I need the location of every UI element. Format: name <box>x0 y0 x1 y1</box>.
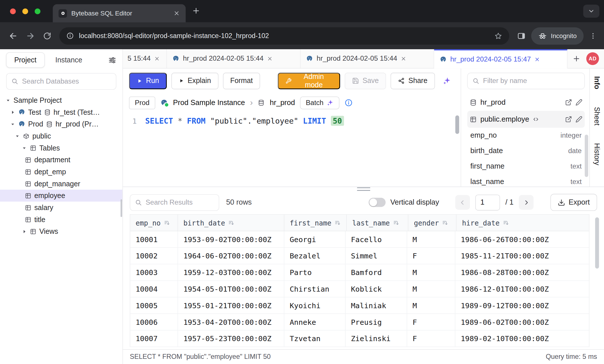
info-circle-icon[interactable] <box>344 98 353 107</box>
schema-table-row[interactable]: public.employe <box>467 111 585 128</box>
share-button[interactable]: Share <box>391 72 435 89</box>
caret-down-icon[interactable] <box>10 121 15 127</box>
caret-down-icon[interactable] <box>15 133 20 139</box>
run-button[interactable]: Run <box>129 72 167 89</box>
edit-icon[interactable] <box>576 99 583 106</box>
code-icon[interactable] <box>533 116 539 122</box>
sidebar-tab-instance[interactable]: Instance <box>55 56 82 64</box>
external-link-icon[interactable] <box>565 99 572 106</box>
side-panel-button[interactable] <box>517 31 526 40</box>
sidebar-settings-button[interactable] <box>108 56 116 64</box>
caret-down-icon[interactable] <box>5 98 11 103</box>
sort-icon[interactable] <box>393 219 399 226</box>
tab-close-icon[interactable] <box>534 56 540 62</box>
tree-item-dept-emp[interactable]: dept_emp <box>0 166 123 178</box>
edit-icon[interactable] <box>576 116 583 123</box>
tab-history[interactable]: History <box>593 143 601 165</box>
window-zoom-button[interactable] <box>35 9 40 14</box>
tree-item-schema-public[interactable]: public <box>0 130 123 142</box>
editor-tab-0[interactable]: 5 15:44 <box>123 49 167 68</box>
url-bar[interactable]: localhost:8080/sql-editor/prod-sample-in… <box>59 27 509 44</box>
prev-page-button[interactable] <box>455 195 470 210</box>
tab-list-button[interactable] <box>583 5 599 18</box>
table-row[interactable]: 100021964-06-02T00:00:00ZBezalelSimmelF1… <box>130 248 589 264</box>
editor-tab-3-active[interactable]: hr_prod 2024-02-05 15:47 <box>434 49 567 68</box>
tab-close-icon[interactable] <box>154 56 160 62</box>
user-avatar[interactable]: AD <box>586 52 599 65</box>
back-button[interactable] <box>5 27 21 44</box>
editor-tab-1[interactable]: hr_prod 2024-02-05 15:44 <box>167 49 301 68</box>
tree-item-salary[interactable]: salary <box>0 201 123 213</box>
ai-assist-button[interactable] <box>439 73 454 89</box>
caret-right-icon[interactable] <box>21 229 27 234</box>
column-header[interactable]: first_name <box>284 215 347 231</box>
column-header[interactable]: emp_no <box>130 215 178 231</box>
window-close-button[interactable] <box>10 9 16 14</box>
tree-item-department[interactable]: department <box>0 154 123 166</box>
site-info-icon[interactable] <box>66 32 74 40</box>
tree-item-dept-manager[interactable]: dept_manager <box>0 178 123 190</box>
environment-chip[interactable]: Prod <box>129 96 155 109</box>
vertical-display-toggle[interactable] <box>369 198 386 207</box>
format-button[interactable]: Format <box>223 72 260 89</box>
new-query-tab-button[interactable] <box>567 49 585 68</box>
column-row[interactable]: last_name text <box>467 174 585 187</box>
table-row[interactable]: 100011953-09-02T00:00:00ZGeorgiFacelloM1… <box>130 231 589 248</box>
sidebar-resize-handle[interactable] <box>121 199 122 217</box>
schema-database-row[interactable]: hr_prod <box>467 94 585 111</box>
column-header[interactable]: gender <box>409 215 457 231</box>
export-button[interactable]: Export <box>550 194 597 211</box>
save-button[interactable]: Save <box>345 72 386 89</box>
results-scrollbar[interactable] <box>595 217 599 269</box>
column-row[interactable]: emp_no integer <box>467 128 585 143</box>
browser-tab[interactable]: Bytebase SQL Editor <box>53 4 186 22</box>
editor-tab-2[interactable]: hr_prod 2024-02-05 15:44 <box>301 49 434 68</box>
window-minimize-button[interactable] <box>22 9 28 14</box>
tree-item-test-db[interactable]: Test hr_test (Test… <box>0 106 123 118</box>
sidebar-tab-project[interactable]: Project <box>6 52 45 68</box>
sort-icon[interactable] <box>228 219 235 226</box>
tab-close-icon[interactable] <box>173 10 180 17</box>
splitter-grip-icon[interactable] <box>357 187 370 191</box>
horizontal-splitter[interactable] <box>123 187 604 191</box>
sort-icon[interactable] <box>334 219 341 226</box>
column-header[interactable]: birth_date <box>178 215 284 231</box>
tree-item-title[interactable]: title <box>0 213 123 225</box>
caret-down-icon[interactable] <box>21 145 27 151</box>
sql-editor[interactable]: 1 SELECT * FROM "public"."employee" LIMI… <box>123 112 461 187</box>
external-link-icon[interactable] <box>565 116 572 123</box>
column-header[interactable]: hire_date <box>457 215 589 231</box>
tab-close-icon[interactable] <box>267 56 273 62</box>
tree-item-sample-project[interactable]: Sample Project <box>0 94 123 106</box>
tree-item-employee[interactable]: employee <box>0 190 123 202</box>
table-row[interactable]: 100031959-12-03T00:00:00ZPartoBamfordM19… <box>130 264 589 281</box>
batch-mode-button[interactable]: Batch <box>300 96 339 109</box>
bookmark-star-icon[interactable] <box>494 32 502 40</box>
reload-button[interactable] <box>38 27 55 44</box>
table-row[interactable]: 100051955-01-21T00:00:00ZKyoichiMaliniak… <box>130 297 589 314</box>
tab-close-icon[interactable] <box>401 56 406 62</box>
column-header[interactable]: last_name <box>347 215 408 231</box>
explain-button[interactable]: Explain <box>171 72 218 89</box>
schema-filter-input[interactable] <box>483 77 580 85</box>
database-search[interactable] <box>6 73 116 90</box>
schema-filter[interactable] <box>467 73 585 89</box>
new-tab-button[interactable] <box>192 7 201 15</box>
column-row[interactable]: first_name text <box>467 159 585 174</box>
admin-mode-button[interactable]: Admin mode <box>278 72 340 89</box>
tree-item-views-group[interactable]: Views <box>0 225 123 238</box>
tree-item-tables-group[interactable]: Tables <box>0 142 123 154</box>
table-row[interactable]: 100061953-04-20T00:00:00ZAnnekePreusigF1… <box>130 314 589 331</box>
table-row[interactable]: 100041954-05-01T00:00:00ZChirstianKoblic… <box>130 281 589 297</box>
results-search-input[interactable] <box>146 198 214 206</box>
column-row[interactable]: birth_date date <box>467 143 585 159</box>
url-text[interactable]: localhost:8080/sql-editor/prod-sample-in… <box>79 32 489 40</box>
caret-right-icon[interactable] <box>10 109 15 115</box>
sort-icon[interactable] <box>442 219 449 226</box>
forward-button[interactable] <box>21 27 38 44</box>
sort-icon[interactable] <box>503 219 509 226</box>
database-search-input[interactable] <box>22 77 111 85</box>
database-name[interactable]: hr_prod <box>270 98 295 107</box>
editor-scrollbar[interactable] <box>455 115 459 134</box>
next-page-button[interactable] <box>519 195 534 210</box>
